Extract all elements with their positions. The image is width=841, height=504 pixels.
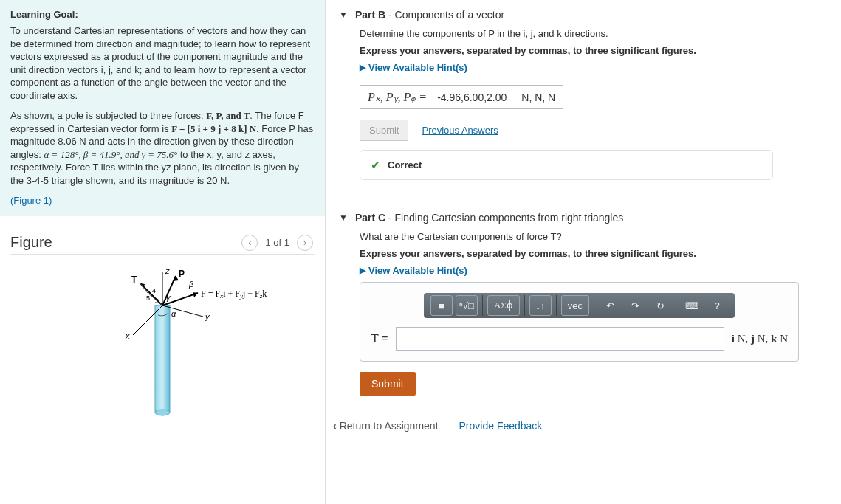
partC-hints-toggle[interactable]: ▶View Available Hint(s)	[360, 265, 832, 276]
toolbar-greek-button[interactable]: ΑΣϕ	[487, 295, 520, 316]
svg-text:γ: γ	[166, 293, 171, 302]
partB-submit-button: Submit	[360, 120, 408, 141]
learning-goal-panel: Learning Goal: To understand Cartesian r…	[0, 0, 325, 216]
partC-collapse-icon[interactable]: ▼	[339, 213, 348, 223]
partB-collapse-icon[interactable]: ▼	[339, 10, 348, 20]
figure-link[interactable]: (Figure 1)	[10, 195, 315, 206]
toolbar-help-button[interactable]: ?	[706, 295, 728, 316]
check-icon: ✔	[371, 158, 380, 172]
figure-image: z y x T P β F = Fxi + Fyj + Fzk	[0, 265, 325, 427]
partB-prompt: Determine the components of P in the i, …	[360, 28, 832, 39]
toolbar-root-button[interactable]: ⁿ√□	[456, 295, 478, 316]
learning-goal-title: Learning Goal:	[10, 9, 315, 20]
toolbar-subsup-button[interactable]: ↓↑	[529, 295, 552, 316]
problem-statement: As shown, a pole is subjected to three f…	[10, 109, 315, 187]
partC-answer-units: i N, j N, k N	[732, 333, 788, 345]
figure-count: 1 of 1	[265, 237, 289, 248]
svg-text:P: P	[179, 269, 185, 279]
figure-heading: Figure	[10, 234, 52, 251]
partC-title: Part C - Finding Cartesian components fr…	[355, 212, 623, 224]
figure-prev-button[interactable]: ‹	[241, 235, 258, 251]
svg-text:3: 3	[155, 297, 159, 305]
partC-answer-label: T =	[371, 332, 388, 345]
svg-text:5: 5	[146, 294, 150, 302]
toolbar-templates-button[interactable]: ■	[430, 295, 453, 316]
svg-text:4: 4	[152, 287, 156, 294]
learning-goal-body: To understand Cartesian representations …	[10, 24, 315, 102]
partB-previous-answers-link[interactable]: Previous Answers	[422, 125, 498, 136]
toolbar-vec-button[interactable]: vec	[561, 295, 589, 316]
partB-title: Part B - Components of a vector	[355, 9, 504, 21]
partC-answer-frame: ■ ⁿ√□ ΑΣϕ ↓↑ vec ↶ ↷ ↻	[360, 282, 799, 362]
return-to-assignment-link[interactable]: ‹Return to Assignment	[333, 420, 439, 432]
provide-feedback-link[interactable]: Provide Feedback	[459, 420, 543, 432]
partC-answer-input[interactable]	[396, 327, 724, 351]
partC-instruction: Express your answers, separated by comma…	[360, 248, 832, 259]
partB-answer-display: Pₓ, Pᵧ, Pᵩ = -4.96,6.00,2.00 N, N, N	[360, 85, 563, 109]
partC-prompt: What are the Cartesian components of for…	[360, 231, 832, 242]
partB-hints-toggle[interactable]: ▶View Available Hint(s)	[360, 62, 832, 73]
svg-text:z: z	[165, 266, 170, 275]
svg-text:y: y	[205, 312, 210, 321]
toolbar-keyboard-button[interactable]: ⌨	[681, 295, 703, 316]
svg-text:α: α	[171, 309, 176, 318]
svg-marker-12	[173, 276, 179, 281]
equation-toolbar: ■ ⁿ√□ ΑΣϕ ↓↑ vec ↶ ↷ ↻	[424, 293, 735, 318]
svg-text:F = Fxi + Fyj + Fzk: F = Fxi + Fyj + Fzk	[201, 289, 267, 300]
svg-rect-0	[155, 305, 170, 412]
partC-submit-button[interactable]: Submit	[360, 372, 416, 396]
partB-correct-banner: ✔ Correct	[360, 150, 773, 180]
svg-text:β: β	[188, 280, 194, 289]
svg-marker-15	[193, 292, 198, 297]
partB-instruction: Express your answers, separated by comma…	[360, 45, 832, 56]
svg-point-1	[155, 410, 170, 415]
toolbar-undo-button[interactable]: ↶	[599, 295, 621, 316]
svg-text:x: x	[125, 331, 130, 340]
toolbar-reset-button[interactable]: ↻	[649, 295, 671, 316]
toolbar-redo-button[interactable]: ↷	[624, 295, 646, 316]
svg-text:T: T	[131, 275, 137, 285]
figure-next-button[interactable]: ›	[297, 235, 313, 251]
